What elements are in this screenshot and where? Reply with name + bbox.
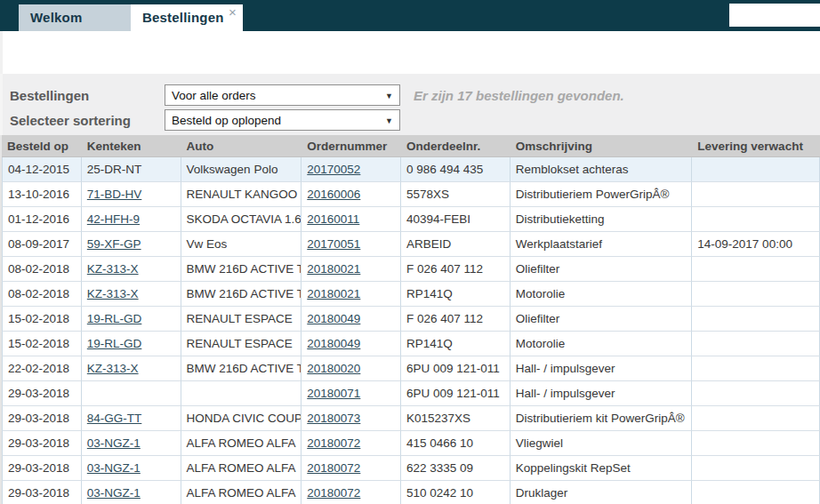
close-icon[interactable]: ×: [229, 5, 237, 19]
kenteken-link[interactable]: 19-RL-GD: [87, 337, 142, 350]
ordernummer-link[interactable]: 20170052: [307, 163, 360, 176]
kenteken-link[interactable]: 03-NGZ-1: [87, 436, 141, 450]
ordernummer-link[interactable]: 20180073: [307, 412, 360, 425]
topbar-search-input[interactable]: [729, 4, 820, 27]
cell-levering: [692, 406, 820, 431]
filter-panel: Bestellingen Voor alle orders ▼ Selectee…: [0, 74, 820, 135]
kenteken-link[interactable]: KZ-313-X: [87, 362, 139, 375]
orders-filter-select[interactable]: Voor alle orders ▼: [165, 84, 400, 106]
kenteken-link[interactable]: 71-BD-HV: [87, 188, 142, 201]
cell-ordernummer: 20180021: [301, 257, 401, 282]
orders-filter-label: Bestellingen: [10, 88, 165, 103]
orders-filter-value: Voor alle orders: [172, 89, 256, 102]
table-row[interactable]: 04-12-201525-DR-NTVolkswagen Polo2017005…: [2, 157, 820, 182]
cell-omschrijving: Vliegwiel: [510, 431, 693, 456]
tab-welkom-label: Welkom: [30, 10, 82, 25]
cell-levering: [692, 307, 820, 332]
top-bar: Welkom Bestellingen ×: [0, 0, 820, 31]
ordernummer-link[interactable]: 20160006: [307, 188, 360, 201]
tab-welkom[interactable]: Welkom: [19, 4, 131, 31]
cell-besteld_op: 29-03-2018: [2, 431, 82, 456]
cell-auto: RENAULT KANGOO: [181, 182, 302, 207]
kenteken-link[interactable]: 19-RL-GD: [87, 312, 142, 325]
cell-onderdeelnr: 622 3335 09: [401, 456, 510, 481]
ordernummer-link[interactable]: 20160011: [307, 212, 359, 226]
cell-kenteken: 03-NGZ-1: [82, 481, 181, 504]
table-row[interactable]: 15-02-201819-RL-GDRENAULT ESPACE20180049…: [2, 307, 820, 332]
cell-auto: RENAULT ESPACE: [181, 307, 302, 332]
cell-omschrijving: Werkplaatstarief: [510, 232, 693, 257]
cell-onderdeelnr: 6PU 009 121-011: [401, 381, 510, 406]
ordernummer-link[interactable]: 20180072: [307, 461, 360, 475]
cell-ordernummer: 20180049: [301, 332, 401, 356]
tab-strip: Welkom Bestellingen ×: [19, 4, 243, 31]
cell-besteld_op: 15-02-2018: [2, 307, 82, 332]
cell-levering: [692, 381, 820, 406]
ordernummer-link[interactable]: 20180071: [307, 387, 360, 400]
sort-order-select[interactable]: Besteld op oplopend ▼: [165, 109, 400, 131]
cell-levering: [692, 182, 820, 207]
cell-onderdeelnr: 40394-FEBI: [401, 207, 510, 232]
cell-omschrijving: Motorolie: [510, 332, 693, 356]
kenteken-link[interactable]: KZ-313-X: [87, 287, 139, 300]
cell-onderdeelnr: 510 0242 10: [401, 481, 510, 504]
kenteken-link[interactable]: KZ-313-X: [87, 262, 139, 276]
table-row[interactable]: 13-10-201671-BD-HVRENAULT KANGOO20160006…: [2, 182, 820, 207]
cell-ordernummer: 20160006: [301, 182, 401, 207]
cell-omschrijving: Distributieriem PowerGripÂ®: [510, 182, 693, 207]
kenteken-link[interactable]: 42-HFH-9: [87, 212, 140, 226]
cell-besteld_op: 13-10-2016: [2, 182, 82, 207]
cell-ordernummer: 20180072: [301, 456, 401, 481]
ordernummer-link[interactable]: 20180049: [307, 337, 360, 350]
cell-ordernummer: 20170051: [301, 232, 401, 257]
cell-levering: [692, 456, 820, 481]
cell-levering: [692, 356, 820, 381]
cell-omschrijving: Distributieketting: [510, 207, 693, 232]
table-row[interactable]: 08-09-201759-XF-GPVw Eos20170051ARBEIDWe…: [2, 232, 820, 257]
kenteken-link[interactable]: 84-GG-TT: [87, 412, 142, 425]
cell-kenteken: 84-GG-TT: [82, 406, 181, 431]
table-row[interactable]: 08-02-2018KZ-313-XBMW 216D ACTIVE T20180…: [2, 282, 820, 307]
table-row[interactable]: 01-12-201642-HFH-9SKODA OCTAVIA 1.620160…: [2, 207, 820, 232]
kenteken-link[interactable]: 59-XF-GP: [87, 237, 141, 251]
cell-onderdeelnr: 6PU 009 121-011: [401, 356, 510, 381]
chevron-down-icon: ▼: [385, 92, 393, 100]
cell-levering: [692, 431, 820, 456]
ordernummer-link[interactable]: 20180072: [307, 436, 360, 450]
table-row[interactable]: 29-03-201803-NGZ-1ALFA ROMEO ALFA2018007…: [2, 456, 820, 481]
table-row[interactable]: 29-03-2018201800716PU 009 121-011Hall- /…: [2, 381, 820, 406]
tab-bestellingen[interactable]: Bestellingen ×: [131, 4, 243, 31]
cell-onderdeelnr: K015237XS: [401, 406, 510, 431]
table-row[interactable]: 29-03-201803-NGZ-1ALFA ROMEO ALFA2018007…: [2, 481, 820, 504]
ordernummer-link[interactable]: 20180049: [307, 312, 360, 325]
cell-kenteken: 19-RL-GD: [82, 307, 181, 332]
cell-besteld_op: 22-02-2018: [2, 356, 82, 381]
table-row[interactable]: 29-03-201803-NGZ-1ALFA ROMEO ALFA2018007…: [2, 431, 820, 456]
table-row[interactable]: 29-03-201884-GG-TTHONDA CIVIC COUPE20180…: [2, 406, 820, 431]
kenteken-link[interactable]: 03-NGZ-1: [87, 461, 141, 475]
cell-besteld_op: 29-03-2018: [2, 381, 82, 406]
cell-ordernummer: 20180073: [301, 406, 401, 431]
cell-kenteken: 71-BD-HV: [82, 182, 181, 207]
cell-onderdeelnr: F 026 407 112: [401, 257, 510, 282]
table-row[interactable]: 15-02-201819-RL-GDRENAULT ESPACE20180049…: [2, 332, 820, 356]
ordernummer-link[interactable]: 20180072: [307, 486, 360, 500]
content-spacer: [0, 31, 820, 74]
cell-besteld_op: 29-03-2018: [2, 456, 82, 481]
ordernummer-link[interactable]: 20180021: [307, 287, 360, 300]
ordernummer-link[interactable]: 20180020: [307, 362, 360, 375]
cell-besteld_op: 29-03-2018: [2, 481, 82, 504]
cell-levering: [692, 207, 820, 232]
table-row[interactable]: 08-02-2018KZ-313-XBMW 216D ACTIVE T20180…: [2, 257, 820, 282]
chevron-down-icon: ▼: [385, 116, 393, 125]
cell-auto: Volkswagen Polo: [181, 157, 302, 182]
table-row[interactable]: 22-02-2018KZ-313-XBMW 216D ACTIVE T20180…: [2, 356, 820, 381]
kenteken-link[interactable]: 03-NGZ-1: [87, 486, 141, 500]
cell-ordernummer: 20180071: [301, 381, 401, 406]
cell-levering: [692, 282, 820, 307]
ordernummer-link[interactable]: 20180021: [307, 262, 360, 276]
ordernummer-link[interactable]: 20170051: [307, 237, 360, 251]
cell-kenteken: KZ-313-X: [82, 356, 181, 381]
result-count-text: Er zijn 17 bestellingen gevonden.: [414, 88, 624, 103]
tab-bestellingen-label: Bestellingen: [142, 10, 224, 25]
